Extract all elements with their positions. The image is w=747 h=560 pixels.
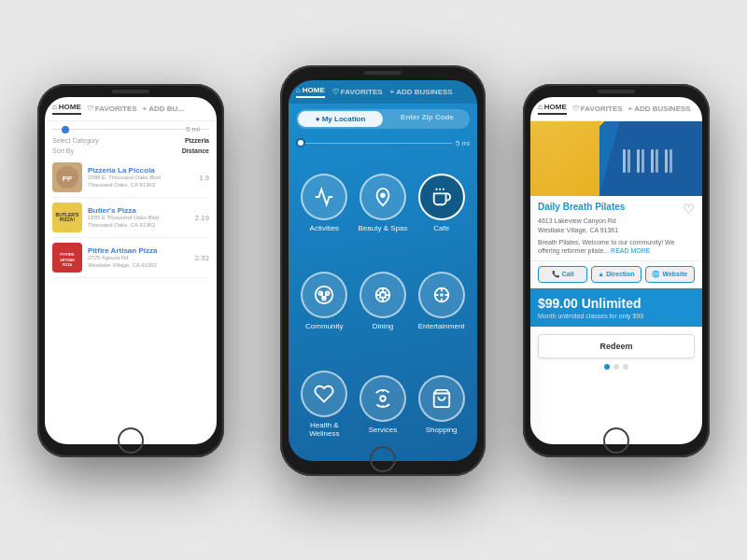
list-item[interactable]: BUTLER'SPIZZA! Butler's Pizza 1655 E Tho… xyxy=(52,198,209,238)
right-speaker xyxy=(598,90,635,93)
right-nav: ⌂ HOME ♡ FAVORITES + ADD BUSINESS xyxy=(530,97,702,121)
center-tab-favorites[interactable]: ♡ FAVORITES xyxy=(332,88,383,96)
svg-line-27 xyxy=(376,392,377,393)
left-home-button[interactable] xyxy=(118,427,144,454)
svg-text:PIZZA: PIZZA xyxy=(63,263,73,267)
dot-1 xyxy=(604,364,610,370)
select-category-value[interactable]: Pizzeria xyxy=(185,137,209,144)
bikes-icon xyxy=(618,135,684,182)
restaurant-info: Butler's Pizza 1655 E Thousand Oaks Blvd… xyxy=(88,206,189,230)
services-icon xyxy=(373,388,393,409)
entertainment-icon xyxy=(431,285,452,305)
dining-icon xyxy=(373,285,393,305)
svg-point-6 xyxy=(380,192,386,198)
category-item-beauty[interactable]: Beauty & Spas xyxy=(357,157,410,249)
category-item-services[interactable]: Services xyxy=(357,354,410,455)
svg-rect-30 xyxy=(551,145,579,173)
website-button[interactable]: 🌐 Website xyxy=(645,266,695,283)
svg-rect-36 xyxy=(655,149,658,173)
right-tab-home[interactable]: ⌂ HOME xyxy=(538,103,567,115)
center-tab-add[interactable]: + ADD BUSINESS xyxy=(390,88,453,96)
left-speaker xyxy=(112,90,149,93)
sort-by-value[interactable]: Distance xyxy=(182,147,209,154)
left-tab-home[interactable]: ⌂ HOME xyxy=(52,103,81,115)
center-distance-label: 5 mi xyxy=(456,139,470,147)
cafe-icon xyxy=(431,187,452,207)
business-info: Daily Breath Pilates ♡ 4613 Lakeview Can… xyxy=(530,196,702,261)
right-screen: ⌂ HOME ♡ FAVORITES + ADD BUSINESS xyxy=(530,97,702,444)
gym-image xyxy=(530,121,702,196)
community-icon-circle xyxy=(301,272,347,318)
home-icon: ⌂ xyxy=(52,103,57,111)
right-home-button[interactable] xyxy=(603,427,629,454)
favorite-heart-icon[interactable]: ♡ xyxy=(683,202,695,217)
restaurant-distance: 1.9 xyxy=(199,174,209,182)
restaurant-name: Butler's Pizza xyxy=(88,206,189,215)
phone-left: ⌂ HOME ♡ FAVORITES + ADD BU... xyxy=(37,84,224,457)
category-item-activities[interactable]: Activities xyxy=(298,157,351,249)
category-item-community[interactable]: Community xyxy=(298,255,351,347)
business-address: 4613 Lakeview Canyon RdWestlake Village,… xyxy=(538,217,695,235)
category-label-activities: Activities xyxy=(310,224,340,233)
svg-point-24 xyxy=(380,396,386,401)
categories-grid: Activities Beauty & Spas xyxy=(289,151,477,461)
center-screen: ⌂ HOME ♡ FAVORITES + ADD BUSINESS ● xyxy=(289,80,477,461)
svg-rect-38 xyxy=(669,149,672,173)
restaurant-name: Pitfire Artisan Pizza xyxy=(88,246,189,255)
promo-price: $99.00 Unlimited xyxy=(538,296,695,311)
svg-line-28 xyxy=(388,404,389,405)
call-button[interactable]: 📞 Call xyxy=(538,266,587,283)
right-tab-favorites[interactable]: ♡ FAVORITES xyxy=(572,105,623,113)
svg-text:ARTISAN: ARTISAN xyxy=(60,259,75,262)
list-item[interactable]: PP Pizzeria La Piccola 2388 E. Thousand … xyxy=(52,158,209,198)
left-tab-add[interactable]: + ADD BU... xyxy=(143,105,184,113)
svg-rect-33 xyxy=(637,149,640,173)
health-icon-circle xyxy=(301,371,347,417)
category-item-health[interactable]: Health & Wellness xyxy=(298,354,351,455)
restaurant-address: 1655 E Thousand Oaks BlvdThousand Oaks, … xyxy=(88,215,189,230)
location-toggle[interactable]: ● My Location Enter Zip Code xyxy=(296,109,470,129)
heart-icon: ♡ xyxy=(87,105,93,113)
home-icon: ⌂ xyxy=(296,86,301,94)
select-category-label: Select Category xyxy=(52,137,99,144)
center-home-button[interactable] xyxy=(370,446,396,472)
phones-container: ⌂ HOME ♡ FAVORITES + ADD BU... xyxy=(9,9,738,551)
entertainment-icon-circle xyxy=(418,272,465,318)
center-tab-home[interactable]: ⌂ HOME xyxy=(296,86,325,98)
category-item-entertainment[interactable]: Entertainment xyxy=(415,255,468,347)
center-line xyxy=(305,143,452,144)
bikes-image xyxy=(599,121,702,196)
svg-point-23 xyxy=(440,294,444,298)
restaurant-logo: PITFIRE ARTISAN PIZZA xyxy=(52,243,82,273)
category-label-entertainment: Entertainment xyxy=(418,322,465,331)
left-tab-favorites[interactable]: ♡ FAVORITES xyxy=(87,105,137,113)
heart-icon: ♡ xyxy=(332,88,339,96)
redeem-button[interactable]: Redeem xyxy=(538,334,695,358)
category-item-shopping[interactable]: Shopping xyxy=(415,354,468,455)
activities-icon-circle xyxy=(301,174,347,220)
direction-icon: ▲ xyxy=(598,271,604,277)
dining-icon-circle xyxy=(359,272,406,318)
svg-rect-35 xyxy=(651,149,654,173)
read-more-link[interactable]: READ MORE xyxy=(611,247,650,254)
direction-button[interactable]: ▲ Direction xyxy=(591,266,641,283)
enter-zip-button[interactable]: Enter Zip Code xyxy=(385,109,470,129)
restaurant-address: 2388 E. Thousand Oaks BlvdThousand Oaks,… xyxy=(88,175,193,189)
community-icon xyxy=(314,285,334,305)
center-nav: ⌂ HOME ♡ FAVORITES + ADD BUSINESS xyxy=(289,80,477,104)
category-label-beauty: Beauty & Spas xyxy=(359,224,408,233)
my-location-button[interactable]: ● My Location xyxy=(298,111,383,127)
category-item-cafe[interactable]: Cafe xyxy=(415,157,468,249)
distance-bar: 5 mi xyxy=(52,129,209,130)
restaurant-distance: 2.32 xyxy=(194,254,209,262)
category-label-dining: Dining xyxy=(373,322,394,331)
distance-dot xyxy=(62,126,69,133)
globe-icon: 🌐 xyxy=(652,271,660,278)
list-item[interactable]: PITFIRE ARTISAN PIZZA Pitfire Artisan Pi… xyxy=(52,238,209,278)
carousel-dots xyxy=(604,364,628,370)
beauty-icon-circle xyxy=(359,174,406,220)
right-tab-add[interactable]: + ADD BUSINESS xyxy=(628,105,691,113)
category-item-dining[interactable]: Dining xyxy=(357,255,410,347)
business-name-row: Daily Breath Pilates ♡ xyxy=(538,202,695,217)
svg-text:PP: PP xyxy=(63,175,73,183)
